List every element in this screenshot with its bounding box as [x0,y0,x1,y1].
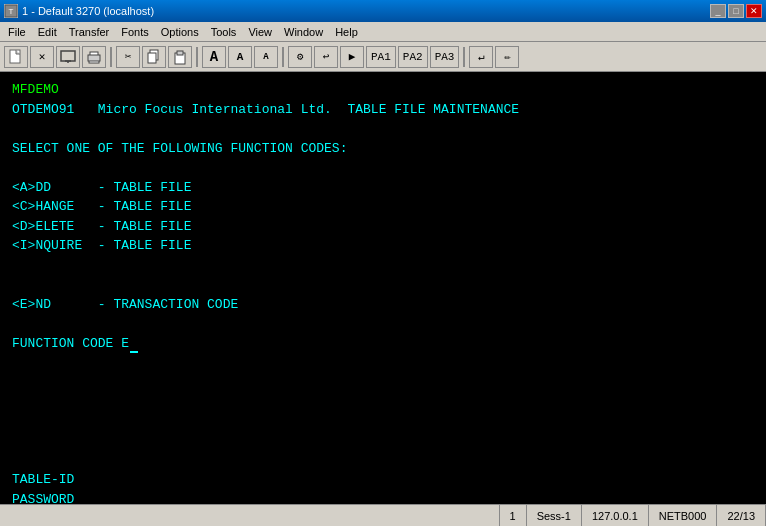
terminal-line-19 [12,431,754,451]
menu-transfer[interactable]: Transfer [63,25,116,39]
toolbar-new-btn[interactable] [4,46,28,68]
svg-rect-2 [10,50,20,63]
terminal-line-9: <I>NQUIRE - TABLE FILE [12,236,754,256]
toolbar-pa2-btn[interactable]: PA2 [398,46,428,68]
toolbar-play-btn[interactable]: ▶ [340,46,364,68]
menu-edit[interactable]: Edit [32,25,63,39]
close-button[interactable]: ✕ [746,4,762,18]
terminal-line-8: <D>ELETE - TABLE FILE [12,217,754,237]
menu-fonts[interactable]: Fonts [115,25,155,39]
toolbar-enter-btn[interactable]: ↵ [469,46,493,68]
terminal-line-20 [12,451,754,471]
terminal-line-3 [12,119,754,139]
menu-help[interactable]: Help [329,25,364,39]
svg-rect-8 [88,55,100,61]
toolbar-pa1-btn[interactable]: PA1 [366,46,396,68]
terminal-line-22: PASSWORD [12,490,754,510]
window-title: 1 - Default 3270 (localhost) [22,5,154,17]
toolbar-record-btn[interactable]: ↩ [314,46,338,68]
toolbar-paste-btn[interactable] [168,46,192,68]
toolbar-edit-btn[interactable]: ✏ [495,46,519,68]
toolbar-cut-btn[interactable]: ✂ [116,46,140,68]
toolbar-font-small-btn[interactable]: A [254,46,278,68]
menu-view[interactable]: View [242,25,278,39]
toolbar-pa3-btn[interactable]: PA3 [430,46,460,68]
terminal-line-2: OTDEMO91 Micro Focus International Ltd. … [12,100,754,120]
terminal-line-16 [12,373,754,393]
svg-rect-12 [177,51,183,55]
terminal-line-18 [12,412,754,432]
titlebar: T 1 - Default 3270 (localhost) _ □ ✕ [0,0,766,22]
minimize-button[interactable]: _ [710,4,726,18]
terminal-line-4: SELECT ONE OF THE FOLLOWING FUNCTION COD… [12,139,754,159]
menu-options[interactable]: Options [155,25,205,39]
toolbar-sep4 [463,47,465,67]
toolbar-settings-btn[interactable]: ⚙ [288,46,312,68]
toolbar-print-btn[interactable] [82,46,106,68]
cursor [130,351,138,353]
toolbar-screen-btn[interactable] [56,46,80,68]
terminal-line-13 [12,314,754,334]
terminal-line-10 [12,256,754,276]
app-icon: T [4,4,18,18]
toolbar-sep2 [196,47,198,67]
menu-tools[interactable]: Tools [205,25,243,39]
menu-window[interactable]: Window [278,25,329,39]
maximize-button[interactable]: □ [728,4,744,18]
terminal-line-6: <A>DD - TABLE FILE [12,178,754,198]
terminal-line-17 [12,392,754,412]
terminal-line-7: <C>HANGE - TABLE FILE [12,197,754,217]
terminal-line-11 [12,275,754,295]
toolbar-copy-btn[interactable] [142,46,166,68]
terminal-line-5 [12,158,754,178]
svg-rect-10 [148,53,156,63]
menubar: File Edit Transfer Fonts Options Tools V… [0,22,766,42]
svg-text:T: T [9,7,14,16]
terminal-line-15 [12,353,754,373]
terminal-line-1: MFDEMO [12,80,754,100]
titlebar-buttons: _ □ ✕ [710,4,762,18]
menu-file[interactable]: File [2,25,32,39]
terminal-line-14: FUNCTION CODE E [12,334,754,354]
toolbar-sep1 [110,47,112,67]
toolbar: ✕ ✂ A A A ⚙ ↩ ▶ PA1 PA2 PA3 ↵ ✏ [0,42,766,72]
terminal-line-21: TABLE-ID [12,470,754,490]
titlebar-left: T 1 - Default 3270 (localhost) [4,4,154,18]
terminal-area[interactable]: MFDEMO OTDEMO91 Micro Focus Internationa… [0,72,766,504]
terminal-line-12: <E>ND - TRANSACTION CODE [12,295,754,315]
toolbar-close-btn[interactable]: ✕ [30,46,54,68]
toolbar-sep3 [282,47,284,67]
toolbar-font-large-btn[interactable]: A [202,46,226,68]
svg-rect-3 [61,51,75,61]
toolbar-font-medium-btn[interactable]: A [228,46,252,68]
